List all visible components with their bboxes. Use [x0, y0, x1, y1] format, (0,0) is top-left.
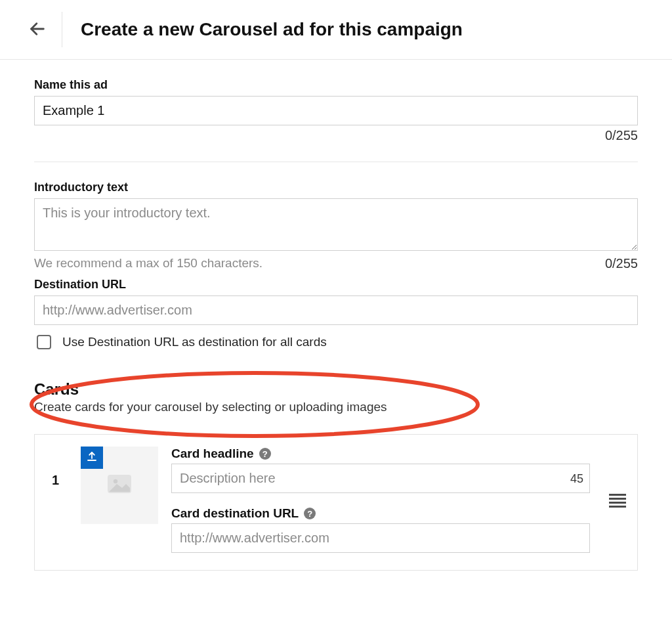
ad-name-label: Name this ad	[34, 78, 638, 92]
help-icon[interactable]: ?	[259, 448, 271, 460]
drag-handle-icon	[609, 494, 626, 508]
image-placeholder-icon	[104, 468, 135, 502]
upload-image-button[interactable]	[81, 447, 103, 469]
section-divider	[34, 162, 638, 162]
destination-url-label: Destination URL	[34, 278, 638, 292]
use-destination-url-all-checkbox[interactable]	[37, 335, 51, 349]
card-index: 1	[52, 447, 68, 488]
cards-description: Create cards for your carousel by select…	[34, 400, 638, 414]
intro-text-helper: We recommend a max of 150 characters.	[34, 256, 262, 271]
card-headline-input[interactable]	[171, 464, 590, 493]
card-destination-url-input[interactable]	[171, 523, 590, 553]
card-headline-remaining: 45	[570, 471, 583, 485]
cards-title: Cards	[34, 380, 638, 399]
vertical-divider	[62, 12, 62, 47]
card-row: 1 Card headline	[35, 435, 637, 570]
back-button[interactable]	[26, 18, 49, 41]
ad-name-counter: 0/255	[605, 128, 638, 143]
arrow-left-icon	[28, 20, 47, 40]
use-destination-url-all-label: Use Destination URL as destination for a…	[62, 335, 327, 349]
card-thumbnail[interactable]	[81, 447, 158, 524]
intro-text-input[interactable]	[34, 198, 638, 251]
upload-icon	[86, 450, 98, 465]
ad-name-input[interactable]	[34, 96, 638, 125]
drag-handle[interactable]	[608, 447, 627, 508]
card-headline-label: Card headline	[171, 447, 254, 461]
help-icon[interactable]: ?	[304, 508, 316, 519]
destination-url-input[interactable]	[34, 295, 638, 325]
svg-point-3	[114, 479, 117, 483]
intro-text-label: Introductory text	[34, 181, 638, 194]
card-destination-url-label: Card destination URL	[171, 506, 299, 521]
page-title: Create a new Carousel ad for this campai…	[81, 19, 463, 40]
intro-text-counter: 0/255	[605, 256, 638, 271]
